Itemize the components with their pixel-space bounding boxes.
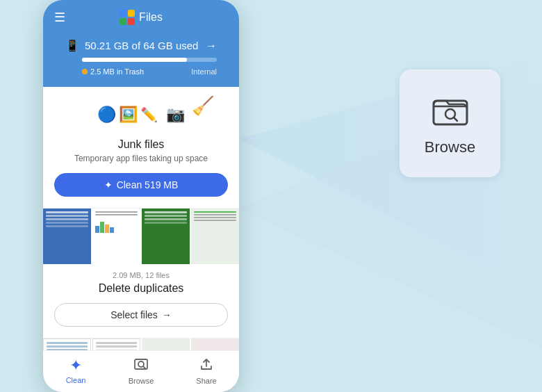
broom-icon: 🧹 <box>192 95 214 117</box>
pencil-icon: ✏️ <box>140 106 158 123</box>
storage-bar-background <box>82 58 217 62</box>
storage-arrow: → <box>206 40 217 52</box>
files-logo <box>120 10 135 25</box>
partial-thumb-4 <box>191 338 239 350</box>
dup-thumb-4 <box>191 209 239 264</box>
partial-thumbnails <box>43 338 239 350</box>
trash-dot <box>82 69 88 74</box>
trash-label: 2.5 MB in Trash <box>90 67 144 76</box>
dup-thumb-2 <box>92 209 140 264</box>
svg-rect-6 <box>128 10 135 17</box>
junk-title: Junk files <box>54 138 228 151</box>
check-app-icon: 🔵 <box>97 106 116 124</box>
svg-rect-8 <box>128 18 135 25</box>
svg-line-11 <box>143 366 145 368</box>
duplicate-thumbnails <box>43 209 239 264</box>
select-files-button[interactable]: Select files → <box>54 303 228 327</box>
storage-section: 📱 50.21 GB of 64 GB used → 2.5 MB in Tra… <box>54 33 228 87</box>
partial-card <box>43 338 239 350</box>
dup-title: Delete duplicates <box>43 282 239 295</box>
select-files-arrow: → <box>162 309 172 320</box>
junk-icons-row: 🔵 🖼️ ✏️ 📷 🧹 <box>54 98 228 131</box>
app-title: Files <box>139 11 163 24</box>
browse-nav-label: Browse <box>129 377 154 385</box>
hamburger-menu-icon[interactable]: ☰ <box>54 10 65 25</box>
storage-bar-fill <box>82 58 187 62</box>
storage-sub-info: 2.5 MB in Trash Internal <box>82 67 217 76</box>
nav-item-browse[interactable]: Browse <box>108 357 174 385</box>
phone-header: ☰ Files 📱 50.21 GB of 64 GB used → <box>43 0 239 87</box>
svg-rect-5 <box>120 10 126 17</box>
select-files-label: Select files <box>110 309 158 320</box>
svg-line-4 <box>454 117 457 121</box>
dup-info: 2.09 MB, 12 files <box>43 271 239 279</box>
partial-thumb-3 <box>142 338 190 350</box>
clean-button[interactable]: ✦ Clean 519 MB <box>54 173 228 197</box>
dup-thumb-3 <box>142 209 190 264</box>
storage-text: 50.21 GB of 64 GB used <box>85 40 200 51</box>
photo-icon: 🖼️ <box>119 106 138 124</box>
browse-folder-icon <box>431 91 470 130</box>
browse-panel[interactable]: Browse <box>400 70 500 177</box>
partial-thumb-1 <box>43 338 91 350</box>
bottom-nav: ✦ Clean Browse Share <box>43 350 239 392</box>
svg-rect-9 <box>135 359 147 369</box>
partial-thumb-2 <box>92 338 140 350</box>
nav-item-clean[interactable]: ✦ Clean <box>43 357 108 385</box>
phone-content: 🔵 🖼️ ✏️ 📷 🧹 Junk files Temporary app fil… <box>43 87 239 350</box>
junk-subtitle: Temporary app files taking up space <box>54 154 228 163</box>
dup-thumb-1 <box>43 209 91 264</box>
internal-label: Internal <box>191 67 217 76</box>
svg-rect-7 <box>120 18 126 25</box>
phone-mockup: ☰ Files 📱 50.21 GB of 64 GB used → <box>43 0 239 392</box>
clean-nav-icon: ✦ <box>69 357 82 375</box>
share-nav-icon <box>199 357 214 375</box>
junk-files-card: 🔵 🖼️ ✏️ 📷 🧹 Junk files Temporary app fil… <box>43 87 239 209</box>
browse-label: Browse <box>425 138 475 156</box>
share-nav-label: Share <box>196 377 216 385</box>
sparkle-icon: ✦ <box>104 179 113 190</box>
duplicates-card: 2.09 MB, 12 files Delete duplicates Sele… <box>43 209 239 338</box>
clean-button-label: Clean 519 MB <box>117 179 179 190</box>
clean-nav-label: Clean <box>66 376 86 384</box>
dup-info-text: 2.09 MB, 12 files <box>113 271 170 279</box>
nav-item-share[interactable]: Share <box>174 357 239 385</box>
camera-icon: 📷 <box>166 106 185 124</box>
browse-nav-icon <box>133 357 149 375</box>
device-icon: 📱 <box>65 39 79 52</box>
